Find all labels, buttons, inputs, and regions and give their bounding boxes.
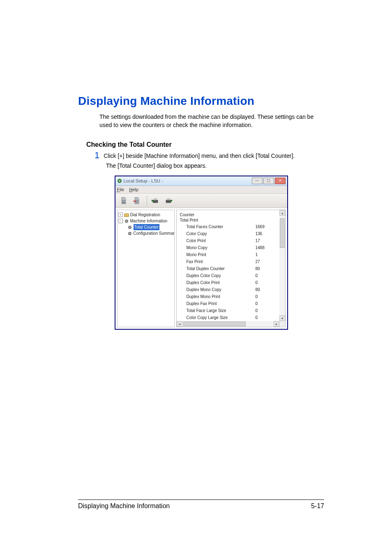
titlebar[interactable]: Local Setup - LSU - — ▢ ✕ [115,176,287,186]
app-window: Local Setup - LSU - — ▢ ✕ File Help [115,176,288,330]
horizontal-scrollbar[interactable]: ◂ ▸ [177,321,279,327]
section-heading: Checking the Total Counter [86,141,324,148]
tree-label: Machine Information [130,218,168,224]
counter-row-value: 17 [256,237,276,244]
counter-row: Total Faces Counter1669 [180,223,276,230]
page-heading: Displaying Machine Information [78,95,324,108]
counter-row-label: Total Duplex Counter [180,265,256,272]
scroll-right-icon[interactable]: ▸ [274,321,279,327]
scroll-left-icon[interactable]: ◂ [177,321,182,327]
svg-rect-2 [122,199,125,200]
counter-row-value: 0 [256,307,276,314]
svg-rect-11 [125,214,129,217]
counter-heading: Counter [180,213,276,217]
svg-rect-9 [166,200,171,203]
scroll-down-icon[interactable]: ▾ [279,315,285,321]
counter-row-value: 0 [256,279,276,286]
scroll-thumb[interactable] [280,218,285,248]
counter-row: Mono Copy1488 [180,244,276,251]
counter-row-value: 0 [256,293,276,300]
menubar: File Help [115,186,287,194]
expand-icon[interactable]: + [118,213,123,217]
tree-node-machine-information[interactable]: − Machine Information [118,218,173,224]
counter-row: Color Copy136 [180,230,276,237]
toolbar [115,194,287,208]
counter-row-label: Duplex Color Print [180,279,256,286]
menu-file[interactable]: File [117,187,125,192]
counter-row: Total Duplex Counter80 [180,265,276,272]
step-text: Click [+] beside [Machine Information] m… [104,152,295,160]
scrollbar-corner [279,321,285,327]
counter-row: Total Face Large Size0 [180,307,276,314]
collapse-icon[interactable]: − [118,219,123,223]
svg-point-15 [129,227,130,228]
counter-row-label: Mono Print [180,251,256,258]
counter-row-value: 80 [256,286,276,293]
scroll-track[interactable] [279,216,285,315]
window-title: Local Setup - LSU - [124,178,252,183]
counter-row-label: Duplex Fax Print [180,300,256,307]
svg-point-1 [119,180,120,182]
gear-icon [124,219,129,224]
counter-row-value: 27 [256,258,276,265]
counter-row-value: 136 [256,230,276,237]
footer-rule [78,500,324,500]
counter-row-label: Color Copy [180,230,256,237]
toolbar-btn-phone-2[interactable] [131,195,143,206]
close-button[interactable]: ✕ [275,178,286,184]
counter-rows: Total Faces Counter1669Color Copy136Colo… [180,223,276,321]
counter-row-label: Duplex Mono Print [180,293,256,300]
counter-row-value: 1 [256,251,276,258]
counter-row: Duplex Color Copy0 [180,272,276,279]
toolbar-btn-printer-out[interactable] [163,195,174,206]
tree-node-dial-registration[interactable]: + Dial Registration [118,212,173,218]
svg-point-17 [129,233,130,234]
counter-row: Duplex Fax Print0 [180,300,276,307]
counter-row-label: Duplex Color Copy [180,272,256,279]
gear-icon [127,231,132,236]
footer-left: Displaying Machine Information [78,502,170,510]
counter-row: Mono Print1 [180,251,276,258]
menu-help[interactable]: Help [129,187,138,192]
scroll-track[interactable] [182,321,274,327]
tree-node-total-counter[interactable]: Total Counter [118,224,173,230]
svg-point-13 [126,220,127,222]
intro-paragraph: The settings downloaded from the machine… [99,113,324,130]
content-inner[interactable]: Counter Total Print Total Faces Counter1… [177,210,279,321]
counter-row-value: 0 [256,300,276,307]
toolbar-btn-printer-in[interactable] [150,195,161,206]
footer-right: 5-17 [311,502,324,510]
tree-label-selected: Total Counter [134,224,159,230]
maximize-button[interactable]: ▢ [263,178,274,184]
svg-rect-10 [167,199,170,201]
tree-label: Dial Registration [130,212,160,218]
counter-group-heading: Total Print [180,218,276,222]
svg-point-4 [123,203,124,204]
minimize-button[interactable]: — [252,178,263,184]
client-area: + Dial Registration − Machine Informatio… [115,208,287,329]
vertical-scrollbar[interactable]: ▴ ▾ [279,210,285,321]
svg-rect-8 [154,199,157,201]
tree-node-configuration-summary[interactable]: Configuration Summary [118,230,173,236]
counter-row: Duplex Mono Print0 [180,293,276,300]
counter-row-label: Color Print [180,237,256,244]
counter-row-value: 1669 [256,223,276,230]
page-footer: Displaying Machine Information 5-17 [78,500,324,510]
scroll-thumb[interactable] [183,321,246,326]
svg-rect-6 [135,199,138,200]
step-result: The [Total Counter] dialog box appears. [106,162,324,170]
svg-rect-7 [152,200,158,203]
counter-row-value: 0 [256,314,276,321]
counter-row-value: 0 [256,272,276,279]
counter-row-label: Duplex Mono Copy [180,286,256,293]
app-icon [117,178,122,183]
svg-point-3 [122,203,123,204]
svg-point-5 [124,203,125,204]
scroll-up-icon[interactable]: ▴ [279,210,285,216]
counter-row-label: Fax Print [180,258,256,265]
toolbar-btn-phone-1[interactable] [118,195,129,206]
tree-pane[interactable]: + Dial Registration − Machine Informatio… [117,210,175,327]
counter-row-label: Color Copy Large Size [180,314,256,321]
counter-row-label: Total Faces Counter [180,223,256,230]
step-1: 1 Click [+] beside [Machine Information]… [95,152,324,160]
